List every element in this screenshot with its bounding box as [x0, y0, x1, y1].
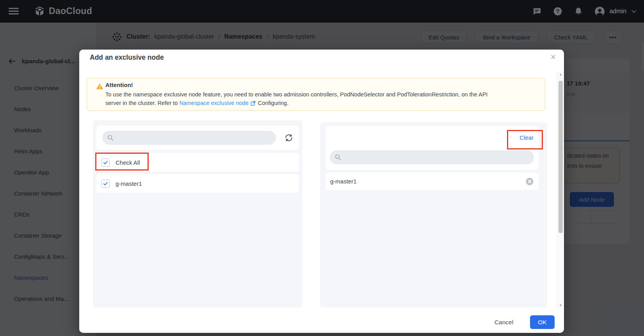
- external-link-icon: [250, 100, 256, 106]
- selected-search-card: Clear: [326, 126, 539, 170]
- node-checkbox[interactable]: [101, 180, 110, 188]
- check-all-checkbox[interactable]: [101, 158, 110, 167]
- screen: kpanda-global-cl... Cluster Overview Nod…: [0, 0, 644, 336]
- chevron-down-icon: [631, 8, 637, 14]
- top-header: DaoCloud ? admin: [0, 0, 644, 23]
- modal-title: Add an exclusive node: [90, 53, 164, 62]
- attention-title: Attention!: [105, 82, 133, 88]
- check-all-row[interactable]: Check All: [96, 153, 299, 172]
- check-all-label: Check All: [116, 159, 140, 166]
- modal-scrollbar[interactable]: ▲ ▼: [557, 71, 564, 308]
- source-search-card: [96, 126, 299, 150]
- refresh-icon[interactable]: [285, 133, 293, 142]
- node-label: g-master1: [116, 180, 142, 187]
- daocloud-logo[interactable]: DaoCloud: [34, 6, 92, 16]
- selected-search-input[interactable]: [330, 150, 534, 164]
- search-icon: [334, 154, 342, 161]
- node-row-g-master1[interactable]: g-master1: [96, 174, 299, 193]
- close-icon[interactable]: ×: [551, 52, 556, 62]
- attention-body-line2-prefix: server in the cluster. Refer to: [105, 100, 178, 106]
- attention-body-line1: To use the namespace exclusive node feat…: [105, 91, 487, 98]
- logo-text: DaoCloud: [49, 6, 92, 16]
- clear-link[interactable]: Clear: [519, 134, 534, 141]
- hamburger-menu-icon[interactable]: [9, 8, 19, 15]
- selected-node-row: g-master1: [326, 172, 539, 190]
- cancel-button[interactable]: Cancel: [490, 316, 518, 329]
- node-source-panel: Check All g-master1: [93, 120, 302, 308]
- help-icon[interactable]: ?: [553, 7, 562, 16]
- attention-body-line2-suffix: Configuring.: [258, 100, 288, 106]
- username: admin: [609, 8, 626, 15]
- svg-text:?: ?: [556, 8, 560, 14]
- attention-banner: Attention! To use the namespace exclusiv…: [87, 78, 545, 111]
- source-search-input[interactable]: [102, 131, 276, 145]
- user-menu[interactable]: admin: [594, 6, 637, 17]
- daocloud-cube-icon: [34, 6, 45, 16]
- notifications-bell-icon[interactable]: [574, 7, 583, 16]
- scroll-down-arrow[interactable]: ▼: [557, 304, 564, 307]
- scroll-up-arrow[interactable]: ▲: [557, 73, 564, 76]
- remove-node-icon[interactable]: [525, 177, 534, 186]
- selected-node-label: g-master1: [330, 178, 525, 185]
- warning-triangle-icon: [96, 83, 103, 90]
- avatar: [594, 6, 605, 17]
- scrollbar-thumb[interactable]: [559, 81, 563, 233]
- header-right: ? admin: [532, 0, 637, 23]
- add-exclusive-node-modal: Add an exclusive node × Attention! To us…: [79, 50, 564, 333]
- search-icon: [107, 134, 114, 141]
- messages-icon[interactable]: [532, 7, 542, 16]
- selected-nodes-panel: Clear g-master1: [320, 122, 547, 308]
- namespace-exclusive-node-link[interactable]: Namespace exclusive node: [179, 100, 248, 106]
- attention-body-line2: server in the cluster. Refer to Namespac…: [105, 100, 288, 106]
- ok-button[interactable]: OK: [530, 315, 555, 329]
